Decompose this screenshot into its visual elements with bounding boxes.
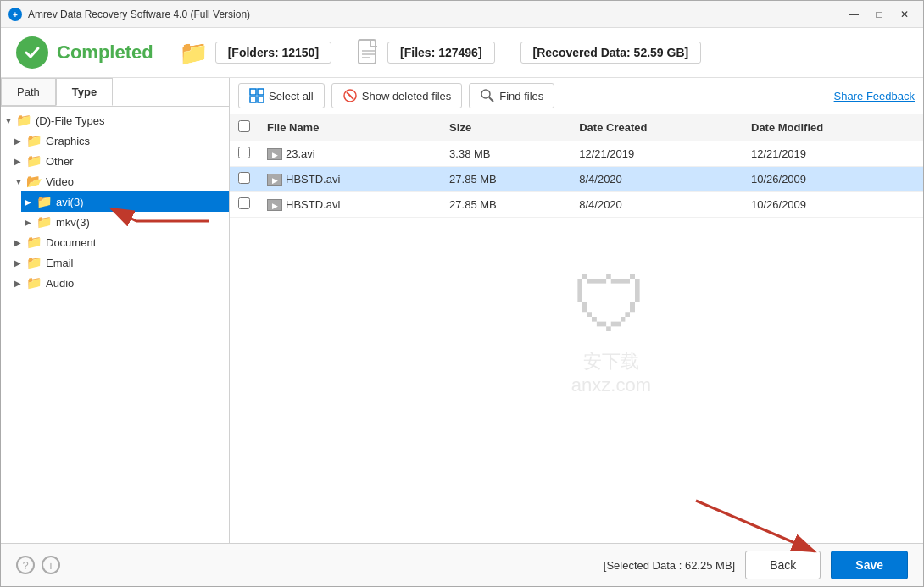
filename-text: 23.avi bbox=[286, 147, 315, 160]
show-deleted-label: Show deleted files bbox=[362, 90, 452, 102]
tree-label-document: Document bbox=[46, 236, 96, 249]
folders-count: [Folders: 12150] bbox=[215, 42, 331, 64]
close-button[interactable]: ✕ bbox=[893, 3, 916, 26]
back-button[interactable]: Back bbox=[745, 551, 821, 579]
watermark-text: 安下载anxz.com bbox=[571, 349, 651, 396]
status-section: Completed bbox=[16, 36, 153, 69]
row-filename: ▶HBSTD.avi bbox=[259, 192, 441, 218]
left-panel: Path Type ▼ 📁 (D)-File Types ▶ 📁 Graphic… bbox=[1, 78, 230, 543]
row-size: 27.85 MB bbox=[441, 192, 571, 218]
status-text: Completed bbox=[57, 42, 153, 64]
find-files-button[interactable]: Find files bbox=[469, 83, 554, 108]
tree-item-audio[interactable]: ▶ 📁 Audio bbox=[11, 273, 229, 293]
row-date-created: 8/4/2020 bbox=[571, 192, 743, 218]
app-icon: + bbox=[8, 7, 23, 22]
row-date-created: 8/4/2020 bbox=[571, 167, 743, 192]
toolbar: Select all Show deleted files Find files bbox=[230, 78, 923, 114]
select-all-icon bbox=[249, 88, 264, 103]
question-icon[interactable]: ? bbox=[16, 556, 35, 574]
folder-icon: 📁 bbox=[36, 214, 53, 230]
svg-rect-8 bbox=[250, 97, 256, 102]
file-type-icon: ▶ bbox=[267, 199, 282, 211]
files-count: [Files: 127496] bbox=[387, 42, 495, 64]
row-checkbox[interactable] bbox=[238, 172, 250, 184]
row-checkbox-cell bbox=[230, 167, 259, 192]
right-panel: Select all Show deleted files Find files bbox=[230, 78, 923, 543]
file-type-icon: ▶ bbox=[267, 148, 282, 160]
expand-icon: ▼ bbox=[4, 116, 16, 125]
folders-stat: 📁 [Folders: 12150] bbox=[179, 39, 331, 67]
show-deleted-icon bbox=[342, 88, 358, 103]
tab-path[interactable]: Path bbox=[1, 78, 56, 106]
svg-rect-6 bbox=[250, 89, 256, 95]
find-files-label: Find files bbox=[499, 90, 543, 102]
share-feedback-link[interactable]: Share Feedback bbox=[834, 90, 915, 102]
row-date-created: 12/21/2019 bbox=[571, 141, 743, 167]
files-table: File Name Size Date Created Date Modifie… bbox=[230, 114, 923, 218]
save-button[interactable]: Save bbox=[831, 551, 908, 579]
watermark: 🛡 安下载anxz.com bbox=[571, 262, 651, 396]
table-row: ▶23.avi3.38 MB12/21/201912/21/2019 bbox=[230, 141, 923, 167]
tree-label-email: Email bbox=[46, 257, 74, 269]
tree-item-avi[interactable]: ▶ 📁 avi(3) bbox=[21, 191, 229, 212]
col-date-created: Date Created bbox=[571, 114, 743, 141]
row-checkbox-cell bbox=[230, 141, 259, 167]
header: Completed 📁 [Folders: 12150] [Files: 127… bbox=[1, 28, 923, 78]
folder-icon: 📁 bbox=[26, 255, 42, 270]
svg-point-12 bbox=[481, 90, 490, 98]
tree-item-email[interactable]: ▶ 📁 Email bbox=[11, 252, 229, 273]
tree-label-other: Other bbox=[46, 155, 74, 168]
row-filename: ▶HBSTD.avi bbox=[259, 167, 441, 192]
tree-item-video[interactable]: ▼ 📂 Video bbox=[11, 171, 229, 191]
info-icon[interactable]: i bbox=[42, 556, 60, 574]
row-checkbox[interactable] bbox=[238, 147, 250, 158]
folder-icon: 📁 bbox=[26, 275, 42, 291]
tree-label-avi: avi(3) bbox=[56, 196, 84, 208]
find-files-icon bbox=[480, 88, 495, 103]
selected-data-label: [Selected Data : 62.25 MB] bbox=[70, 559, 735, 572]
row-checkbox[interactable] bbox=[238, 197, 250, 209]
file-tree: ▼ 📁 (D)-File Types ▶ 📁 Graphics ▶ 📁 Othe… bbox=[1, 107, 229, 543]
tree-item-mkv[interactable]: ▶ 📁 mkv(3) bbox=[21, 212, 229, 232]
svg-line-13 bbox=[489, 97, 493, 102]
table-row: ▶HBSTD.avi27.85 MB8/4/202010/26/2009 bbox=[230, 167, 923, 192]
check-circle-icon bbox=[16, 36, 48, 69]
files-stat: [Files: 127496] bbox=[357, 39, 495, 66]
table-row: ▶HBSTD.avi27.85 MB8/4/202010/26/2009 bbox=[230, 192, 923, 218]
minimize-button[interactable]: — bbox=[842, 3, 866, 26]
bottom-bar: ? i [Selected Data : 62.25 MB] Back Save bbox=[1, 543, 923, 586]
col-filename: File Name bbox=[259, 114, 441, 141]
select-all-checkbox[interactable] bbox=[238, 120, 250, 132]
row-size: 3.38 MB bbox=[441, 141, 571, 167]
titlebar: + Amrev Data Recovery Software 4.0 (Full… bbox=[1, 1, 923, 28]
tree-item-graphics[interactable]: ▶ 📁 Graphics bbox=[11, 130, 229, 151]
row-date-modified: 12/21/2019 bbox=[743, 141, 923, 167]
svg-rect-7 bbox=[258, 89, 264, 95]
col-date-modified: Date Modified bbox=[743, 114, 923, 141]
expand-icon: ▶ bbox=[25, 197, 36, 207]
col-size: Size bbox=[441, 114, 571, 141]
file-type-icon: ▶ bbox=[267, 174, 282, 186]
select-all-label: Select all bbox=[269, 90, 314, 102]
tree-item-file-types[interactable]: ▼ 📁 (D)-File Types bbox=[1, 110, 229, 130]
svg-line-11 bbox=[347, 92, 353, 99]
tree-item-document[interactable]: ▶ 📁 Document bbox=[11, 232, 229, 252]
select-all-button[interactable]: Select all bbox=[238, 83, 325, 108]
folder-open-icon: 📂 bbox=[26, 174, 42, 189]
file-table: 🛡 安下载anxz.com File Name Size Date Create… bbox=[230, 114, 923, 543]
window-controls: — □ ✕ bbox=[842, 3, 916, 26]
svg-rect-9 bbox=[258, 97, 264, 102]
expand-icon: ▶ bbox=[14, 238, 26, 247]
maximize-button[interactable]: □ bbox=[867, 3, 891, 26]
tree-item-other[interactable]: ▶ 📁 Other bbox=[11, 151, 229, 171]
row-filename: ▶23.avi bbox=[259, 141, 441, 167]
show-deleted-button[interactable]: Show deleted files bbox=[331, 83, 463, 108]
tree-label-file-types: (D)-File Types bbox=[36, 114, 104, 127]
filename-text: HBSTD.avi bbox=[286, 198, 340, 211]
folder-icon: 📁 bbox=[26, 133, 42, 148]
svg-text:+: + bbox=[13, 10, 18, 19]
info-icons: ? i bbox=[16, 556, 60, 574]
row-checkbox-cell bbox=[230, 192, 259, 218]
expand-icon: ▼ bbox=[14, 177, 26, 186]
tab-type[interactable]: Type bbox=[56, 78, 113, 106]
